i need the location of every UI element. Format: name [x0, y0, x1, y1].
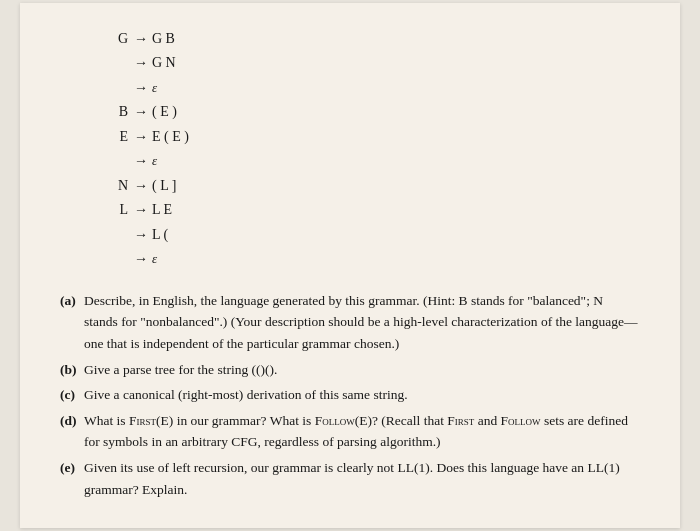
problem-b-text: Give a parse tree for the string (()(). — [84, 359, 640, 381]
grammar-rule-9: → L ( — [110, 223, 640, 248]
rhs-6: ε — [152, 150, 157, 173]
arrow-9: → — [134, 223, 148, 248]
grammar-rule-7: N → ( L ] — [110, 174, 640, 199]
arrow-1: → — [134, 27, 148, 52]
grammar-rule-1: G → G B — [110, 27, 640, 52]
problem-e: (e) Given its use of left recursion, our… — [60, 457, 640, 500]
arrow-6: → — [134, 149, 148, 174]
page: G → G B → G N → ε B → ( E ) — [20, 3, 680, 528]
grammar-rule-2: → G N — [110, 51, 640, 76]
problem-d-text: What is First(E) in our grammar? What is… — [84, 410, 640, 453]
lhs-1: G — [110, 27, 128, 52]
rhs-3: ε — [152, 77, 157, 100]
lhs-5: E — [110, 125, 128, 150]
grammar-section: G → G B → G N → ε B → ( E ) — [60, 27, 640, 272]
arrow-2: → — [134, 51, 148, 76]
problem-e-label: (e) — [60, 457, 80, 479]
problem-d-label: (d) — [60, 410, 80, 432]
problem-a-text: Describe, in English, the language gener… — [84, 290, 640, 355]
problem-c-label: (c) — [60, 384, 80, 406]
arrow-8: → — [134, 198, 148, 223]
problem-a-label: (a) — [60, 290, 80, 312]
problem-c: (c) Give a canonical (right-most) deriva… — [60, 384, 640, 406]
problem-a: (a) Describe, in English, the language g… — [60, 290, 640, 355]
arrow-7: → — [134, 174, 148, 199]
arrow-3: → — [134, 76, 148, 101]
grammar-rule-3: → ε — [110, 76, 640, 101]
grammar-rule-6: → ε — [110, 149, 640, 174]
rhs-1: G B — [152, 27, 175, 52]
grammar-rule-5: E → E ( E ) — [110, 125, 640, 150]
lhs-4: B — [110, 100, 128, 125]
rhs-7: ( L ] — [152, 174, 176, 199]
rhs-5: E ( E ) — [152, 125, 189, 150]
grammar-rule-8: L → L E — [110, 198, 640, 223]
lhs-8: L — [110, 198, 128, 223]
problem-d: (d) What is First(E) in our grammar? Wha… — [60, 410, 640, 453]
lhs-7: N — [110, 174, 128, 199]
problem-c-text: Give a canonical (right-most) derivation… — [84, 384, 640, 406]
rhs-10: ε — [152, 248, 157, 271]
problem-e-text: Given its use of left recursion, our gra… — [84, 457, 640, 500]
arrow-4: → — [134, 100, 148, 125]
problems-section: (a) Describe, in English, the language g… — [60, 290, 640, 500]
rhs-9: L ( — [152, 223, 168, 248]
grammar-table: G → G B → G N → ε B → ( E ) — [110, 27, 640, 272]
rhs-8: L E — [152, 198, 172, 223]
problem-b-label: (b) — [60, 359, 80, 381]
grammar-rule-4: B → ( E ) — [110, 100, 640, 125]
grammar-rule-10: → ε — [110, 247, 640, 272]
arrow-10: → — [134, 247, 148, 272]
rhs-4: ( E ) — [152, 100, 177, 125]
problem-b: (b) Give a parse tree for the string (()… — [60, 359, 640, 381]
rhs-2: G N — [152, 51, 176, 76]
arrow-5: → — [134, 125, 148, 150]
